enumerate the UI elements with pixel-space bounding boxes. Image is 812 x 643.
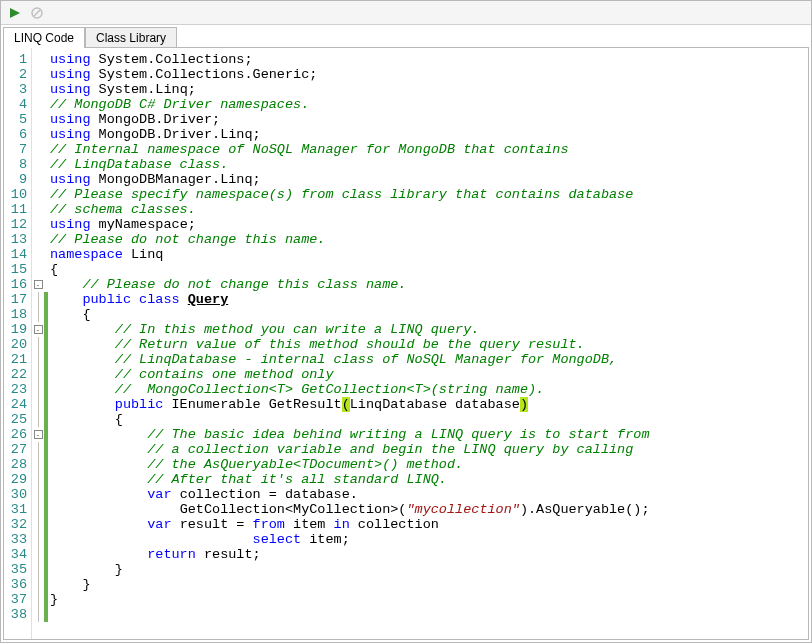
line-number-gutter: 1234567891011121314151617181920212223242…	[4, 48, 32, 639]
editor-window: LINQ Code Class Library 1234567891011121…	[0, 0, 812, 643]
fold-column[interactable]: ---	[32, 48, 44, 639]
toolbar	[1, 1, 811, 25]
code-editor[interactable]: 1234567891011121314151617181920212223242…	[4, 48, 808, 639]
code-content[interactable]: using System.Collections;using System.Co…	[48, 48, 652, 639]
svg-marker-0	[10, 8, 20, 18]
stop-button[interactable]	[27, 3, 47, 23]
svg-line-2	[34, 10, 40, 16]
tab-linq-code[interactable]: LINQ Code	[3, 27, 85, 48]
editor-area: 1234567891011121314151617181920212223242…	[3, 47, 809, 640]
stop-icon	[31, 7, 43, 19]
run-button[interactable]	[5, 3, 25, 23]
tab-strip: LINQ Code Class Library	[1, 25, 811, 47]
play-icon	[9, 7, 21, 19]
tab-class-library[interactable]: Class Library	[85, 27, 177, 48]
